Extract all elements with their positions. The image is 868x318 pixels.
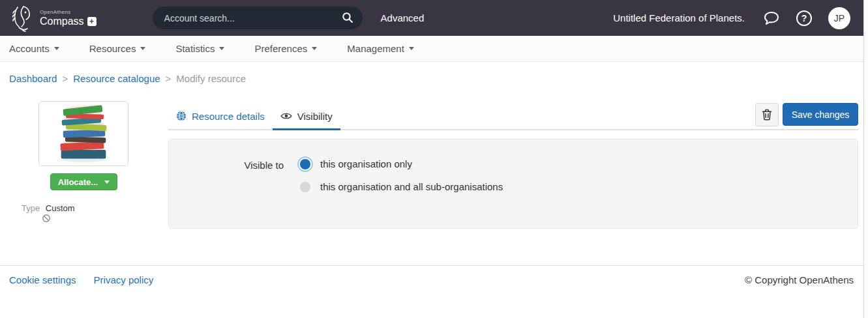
- tab-resource-details[interactable]: Resource details: [168, 103, 273, 129]
- search-icon[interactable]: [342, 12, 353, 23]
- chevron-down-icon: [104, 181, 110, 184]
- radio-option-organisation-and-sub-organisations[interactable]: this organisation and all sub-organisati…: [300, 181, 503, 192]
- brand-openathens-label: OpenAthens: [40, 10, 97, 15]
- chat-bubble-icon: [763, 10, 780, 26]
- globe-icon: [176, 111, 187, 121]
- visible-to-label: Visible to: [169, 160, 284, 171]
- type-label: Type: [22, 203, 40, 213]
- radio-option-this-organisation-only[interactable]: this organisation only: [300, 158, 412, 169]
- nav-item-resources[interactable]: Resources: [89, 43, 146, 54]
- privacy-policy-link[interactable]: Privacy policy: [94, 274, 154, 318]
- federation-name: Untitled Federation of Planets.: [613, 12, 745, 23]
- nav-item-management[interactable]: Management: [347, 43, 414, 54]
- chevron-down-icon: [219, 47, 224, 50]
- chat-button[interactable]: [763, 10, 780, 27]
- type-value: Custom: [46, 203, 75, 213]
- copyright-text: © Copyright OpenAthens: [745, 274, 854, 318]
- nav-item-preferences[interactable]: Preferences: [254, 43, 317, 54]
- main-nav: Accounts Resources Statistics Preference…: [0, 36, 863, 62]
- advanced-search-link[interactable]: Advanced: [381, 12, 425, 23]
- breadcrumb: Dashboard > Resource catalogue > Modify …: [9, 73, 246, 84]
- delete-resource-button[interactable]: [755, 103, 779, 126]
- openathens-compass-logo[interactable]: OpenAthens Compass +: [9, 4, 97, 33]
- breadcrumb-dashboard[interactable]: Dashboard: [9, 73, 57, 84]
- account-search-input[interactable]: [153, 7, 363, 29]
- breadcrumb-modify-resource: Modify resource: [176, 73, 246, 84]
- help-button[interactable]: ?: [796, 10, 813, 27]
- page: OpenAthens Compass + Advanced Untitled F…: [0, 0, 868, 318]
- plus-badge-icon: +: [87, 17, 97, 26]
- help-icon: ?: [796, 10, 812, 26]
- allocate-button[interactable]: Allocate...: [50, 173, 117, 190]
- footer: Cookie settings Privacy policy © Copyrig…: [0, 265, 863, 318]
- breadcrumb-resource-catalogue[interactable]: Resource catalogue: [73, 73, 160, 84]
- brand-compass-label: Compass: [40, 16, 84, 27]
- visibility-panel: Visible to this organisation only this o…: [168, 139, 858, 229]
- resource-type-row: Type Custom: [22, 203, 75, 213]
- eye-icon: [280, 111, 292, 121]
- resource-thumbnail-card: [38, 101, 128, 166]
- not-allowed-icon: [42, 214, 51, 223]
- trash-icon: [762, 109, 772, 121]
- nav-item-statistics[interactable]: Statistics: [175, 43, 224, 54]
- user-avatar[interactable]: JP: [828, 7, 850, 29]
- nav-item-accounts[interactable]: Accounts: [9, 43, 59, 54]
- tab-visibility[interactable]: Visibility: [273, 103, 340, 129]
- resource-thumbnail-image: [50, 105, 117, 162]
- radio-unselected-icon[interactable]: [300, 182, 310, 192]
- chevron-down-icon: [54, 47, 59, 50]
- breadcrumb-separator: >: [166, 73, 172, 84]
- openathens-owl-icon: [9, 4, 35, 33]
- vertical-scrollbar[interactable]: [863, 0, 868, 318]
- radio-selected-icon[interactable]: [300, 159, 310, 169]
- save-changes-button[interactable]: Save changes: [783, 103, 858, 126]
- account-search: [153, 7, 363, 29]
- cookie-settings-link[interactable]: Cookie settings: [9, 274, 76, 318]
- top-header-bar: OpenAthens Compass + Advanced Untitled F…: [0, 0, 863, 36]
- chevron-down-icon: [409, 47, 414, 50]
- chevron-down-icon: [312, 47, 317, 50]
- breadcrumb-separator: >: [62, 73, 68, 84]
- chevron-down-icon: [140, 47, 145, 50]
